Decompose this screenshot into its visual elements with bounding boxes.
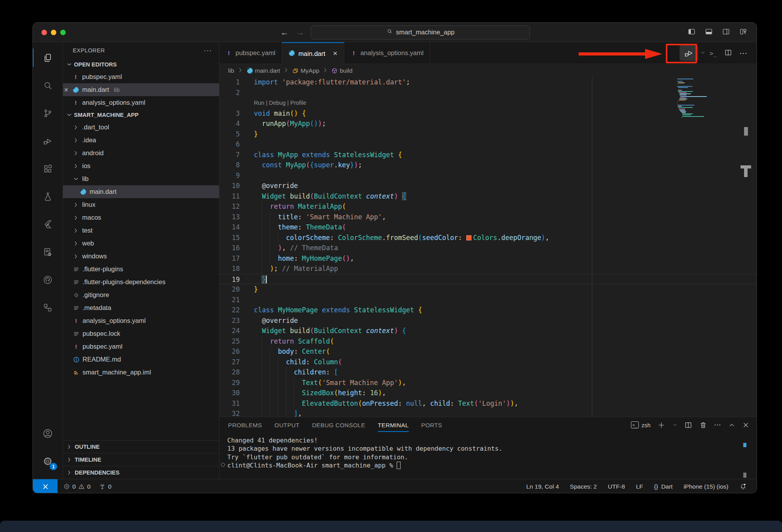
code-line[interactable]: 22class MyHomePage extends StatelessWidg…: [219, 305, 757, 315]
close-window-button[interactable]: [41, 30, 47, 35]
activity-item-devtools[interactable]: [33, 238, 63, 266]
terminal-dropdown-chevron[interactable]: [672, 422, 678, 428]
new-terminal-button[interactable]: [657, 421, 665, 429]
split-editor-button[interactable]: [724, 48, 739, 58]
activity-item-explorer[interactable]: [33, 44, 63, 72]
activity-item-github[interactable]: [33, 266, 63, 294]
back-icon[interactable]: ←: [280, 28, 290, 37]
code-editor[interactable]: 1import 'package:flutter/material.dart';…: [219, 77, 757, 417]
status-item-eol[interactable]: LF: [633, 483, 647, 490]
explorer-more-actions-icon[interactable]: ···: [204, 47, 212, 55]
code-line[interactable]: 24 Widget build(BuildContext context) {: [219, 326, 757, 336]
code-line[interactable]: 7class MyApp extends StatelessWidget {: [219, 150, 757, 160]
tree-item[interactable]: README.md: [63, 353, 219, 366]
code-line[interactable]: 17 home: MyHomePage(),: [219, 253, 757, 264]
panel-tab-ports[interactable]: PORTS: [421, 422, 442, 428]
code-line[interactable]: 26 body: Center(: [219, 346, 757, 357]
tree-item[interactable]: !pubspec.yaml: [63, 340, 219, 353]
tree-item[interactable]: .dart_tool: [63, 121, 219, 134]
activity-item-settings[interactable]: 1: [33, 447, 63, 475]
sidebar-section-timeline[interactable]: TIMELINE: [63, 453, 219, 466]
status-item-cursor-position[interactable]: Ln 19, Col 4: [523, 483, 563, 490]
tree-item[interactable]: windows: [63, 250, 219, 263]
breadcrumb-item[interactable]: MyApp: [292, 67, 319, 74]
codelens[interactable]: Run | Debug | Profile: [219, 98, 757, 108]
panel-tab-output[interactable]: OUTPUT: [275, 422, 300, 428]
tree-item[interactable]: android: [63, 147, 219, 159]
code-line[interactable]: 32 ],: [219, 408, 757, 417]
tree-item[interactable]: test: [63, 224, 219, 237]
code-line[interactable]: 9: [219, 170, 757, 181]
code-line[interactable]: 4 runApp(MyApp());: [219, 118, 757, 129]
breadcrumb-item[interactable]: main.dart: [246, 67, 280, 74]
tree-item[interactable]: !analysis_options.yaml: [63, 314, 219, 327]
sidebar-section-outline[interactable]: OUTLINE: [63, 440, 219, 453]
run-or-debug-button[interactable]: [680, 45, 698, 61]
editor-tab-analysis_options.yaml[interactable]: !analysis_options.yaml: [344, 42, 430, 64]
activity-item-search[interactable]: [33, 72, 63, 99]
code-line[interactable]: 28 children: [: [219, 367, 757, 378]
code-line[interactable]: 12 return MaterialApp(: [219, 201, 757, 212]
open-editor-item[interactable]: ✕main.dartlib: [63, 83, 219, 96]
code-line[interactable]: 3void main() {: [219, 108, 757, 119]
panel-tab-terminal[interactable]: TERMINAL: [378, 422, 409, 432]
sidebar-section-dependencies[interactable]: DEPENDENCIES: [63, 466, 219, 479]
activity-item-testing[interactable]: [33, 183, 63, 210]
command-center-search[interactable]: smart_machine_app: [311, 25, 530, 39]
breadcrumb-item[interactable]: build: [331, 67, 352, 74]
status-item-device-selector[interactable]: iPhone (15) (ios): [680, 483, 732, 490]
tree-item[interactable]: smart_machine_app.iml: [63, 366, 219, 379]
code-line[interactable]: 23 @override: [219, 315, 757, 326]
remote-indicator[interactable]: [33, 479, 58, 493]
code-line[interactable]: 2: [219, 88, 757, 98]
open-editors-header[interactable]: OPEN EDITORS: [63, 59, 219, 70]
tree-item[interactable]: .flutter-plugins: [63, 263, 219, 276]
code-line[interactable]: 27 child: Column(: [219, 357, 757, 367]
panel-more-actions[interactable]: ⋯: [714, 421, 721, 429]
notifications-bell-icon[interactable]: [736, 483, 750, 490]
status-item-encoding[interactable]: UTF-8: [604, 483, 629, 490]
close-icon[interactable]: ✕: [333, 50, 338, 57]
tree-item[interactable]: macos: [63, 211, 219, 224]
minimap[interactable]: [677, 79, 726, 118]
code-line[interactable]: 31 ElevatedButton(onPressed: null, child…: [219, 398, 757, 409]
more-actions-button[interactable]: ⋯: [739, 48, 757, 58]
editor-tab-main.dart[interactable]: main.dart✕: [282, 42, 344, 64]
activity-item-remote-explorer[interactable]: [33, 294, 63, 321]
tree-item[interactable]: .flutter-plugins-dependencies: [63, 276, 219, 288]
tree-item[interactable]: main.dart: [63, 185, 219, 198]
maximize-panel-button[interactable]: [728, 421, 735, 429]
project-root-header[interactable]: SMART_MACHINE_APP: [63, 109, 219, 121]
panel-tab-debug-console[interactable]: DEBUG CONSOLE: [312, 422, 365, 428]
open-editor-item[interactable]: !pubspec.yaml: [63, 70, 219, 83]
terminal-shell-label[interactable]: >_zsh: [631, 421, 651, 428]
problems-status[interactable]: 00: [60, 483, 94, 490]
close-panel-button[interactable]: [742, 421, 750, 429]
code-line[interactable]: 5}: [219, 129, 757, 140]
code-line[interactable]: 14 theme: ThemeData(: [219, 222, 757, 233]
tree-item[interactable]: .idea: [63, 134, 219, 147]
layout-panel-icon[interactable]: [705, 28, 713, 37]
tree-item[interactable]: linux: [63, 198, 219, 211]
terminal[interactable]: Changed 41 dependencies!13 packages have…: [219, 433, 757, 469]
activity-item-accounts[interactable]: [33, 419, 63, 447]
editor-tab-pubspec.yaml[interactable]: !pubspec.yaml: [219, 42, 282, 64]
code-line[interactable]: 15 colorScheme: ColorScheme.fromSeed(see…: [219, 233, 757, 243]
activity-item-extensions[interactable]: [33, 155, 63, 183]
zoom-window-button[interactable]: [60, 30, 66, 35]
code-line[interactable]: 8 const MyApp({super.key});: [219, 160, 757, 170]
tree-item[interactable]: lib: [63, 172, 219, 185]
forward-icon[interactable]: →: [295, 28, 306, 37]
tree-item[interactable]: pubspec.lock: [63, 327, 219, 340]
activity-item-run-debug[interactable]: [33, 127, 63, 155]
status-item-language-mode[interactable]: {}Dart: [651, 483, 676, 490]
run-dropdown-chevron[interactable]: [698, 50, 710, 57]
code-line[interactable]: 30 SizedBox(height: 16),: [219, 388, 757, 398]
split-terminal-button[interactable]: [684, 421, 692, 429]
panel-tab-problems[interactable]: PROBLEMS: [228, 422, 262, 428]
tree-item[interactable]: .metadata: [63, 301, 219, 314]
layout-sidebar-right-icon[interactable]: [722, 28, 730, 37]
activity-item-source-control[interactable]: [33, 99, 63, 127]
code-line[interactable]: 25 return Scaffold(: [219, 336, 757, 347]
kill-terminal-button[interactable]: [699, 421, 707, 429]
